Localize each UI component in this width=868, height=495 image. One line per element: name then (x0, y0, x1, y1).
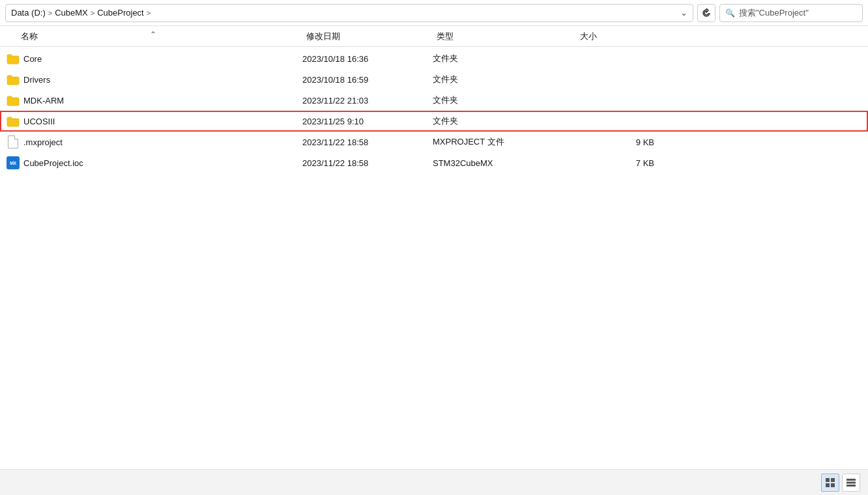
path-segment-cubemx[interactable]: CubeMX (55, 8, 88, 18)
folder-icon (7, 53, 20, 64)
file-date-mxproject: 2023/11/22 18:58 (302, 137, 433, 147)
column-type-header[interactable]: 类型 (437, 31, 580, 42)
file-name-cubeproject-ioc: CubeProject.ioc (23, 158, 302, 168)
file-name-mxproject: .mxproject (23, 137, 302, 147)
column-headers: ⌃ 名称 修改日期 类型 大小 (0, 26, 868, 47)
svg-rect-0 (826, 478, 830, 482)
file-date-cubeproject-ioc: 2023/11/22 18:58 (302, 158, 433, 168)
svg-rect-2 (826, 483, 830, 487)
refresh-icon (702, 8, 711, 18)
column-name-header[interactable]: 名称 (7, 31, 306, 42)
column-size-header[interactable]: 大小 (580, 31, 658, 42)
search-input[interactable] (739, 8, 857, 18)
address-bar: Data (D:) > CubeMX > CubeProject > ⌄ 🔍 (0, 0, 868, 26)
file-name-ucosiii: UCOSIII (23, 117, 302, 126)
file-date-ucosiii: 2023/11/25 9:10 (302, 117, 433, 126)
file-row-drivers[interactable]: Drivers 2023/10/18 16:59 文件夹 (0, 69, 868, 90)
file-type-drivers: 文件夹 (433, 74, 576, 85)
file-date-core: 2023/10/18 16:36 (302, 54, 433, 64)
file-row-mxproject[interactable]: .mxproject 2023/11/22 18:58 MXPROJECT 文件… (0, 132, 868, 152)
file-row-core[interactable]: Core 2023/10/18 16:36 文件夹 (0, 48, 868, 69)
file-icon-ucosiii (7, 115, 20, 128)
file-icon-core (7, 52, 20, 65)
search-bar[interactable]: 🔍 (719, 4, 863, 22)
file-name-drivers: Drivers (23, 75, 302, 85)
folder-icon (7, 74, 20, 85)
grid-view-button[interactable] (821, 474, 839, 492)
path-sep-1: > (48, 9, 52, 17)
svg-rect-1 (831, 478, 835, 482)
file-type-mxproject: MXPROJECT 文件 (433, 136, 576, 148)
sort-arrow-icon: ⌃ (150, 30, 156, 39)
list-view-button[interactable] (842, 474, 860, 492)
generic-file-icon (8, 135, 18, 148)
folder-icon (7, 115, 20, 127)
svg-rect-6 (846, 485, 856, 487)
file-icon-cubeproject-ioc: MX (7, 156, 20, 169)
file-name-core: Core (23, 54, 302, 64)
path-segment-cubeproject[interactable]: CubeProject (97, 8, 144, 18)
column-date-header[interactable]: 修改日期 (306, 31, 437, 42)
file-row-ucosiii[interactable]: UCOSIII 2023/11/25 9:10 文件夹 (0, 111, 868, 132)
file-type-ucosiii: 文件夹 (433, 115, 576, 127)
svg-rect-3 (831, 483, 835, 487)
path-sep-3: > (147, 9, 151, 17)
mx-file-icon: MX (7, 156, 20, 169)
file-size-cubeproject-ioc: 7 KB (576, 158, 654, 168)
grid-view-icon (825, 477, 835, 488)
path-sep-2: > (91, 9, 94, 17)
list-view-icon (846, 477, 856, 488)
file-type-mdk-arm: 文件夹 (433, 94, 576, 106)
file-list: Core 2023/10/18 16:36 文件夹 Drivers 2023/1… (0, 47, 868, 175)
address-path[interactable]: Data (D:) > CubeMX > CubeProject > ⌄ (5, 4, 693, 22)
file-size-mxproject: 9 KB (576, 137, 654, 147)
svg-rect-5 (846, 481, 856, 483)
file-row-mdk-arm[interactable]: MDK-ARM 2023/11/22 21:03 文件夹 (0, 90, 868, 111)
file-icon-mdk-arm (7, 94, 20, 107)
svg-rect-4 (846, 479, 856, 481)
file-date-mdk-arm: 2023/11/22 21:03 (302, 96, 433, 106)
file-row-cubeproject-ioc[interactable]: MX CubeProject.ioc 2023/11/22 18:58 STM3… (0, 152, 868, 173)
file-icon-drivers (7, 73, 20, 86)
file-name-mdk-arm: MDK-ARM (23, 96, 302, 106)
file-icon-mxproject (7, 135, 20, 148)
search-icon: 🔍 (725, 8, 735, 18)
file-type-cubeproject-ioc: STM32CubeMX (433, 158, 576, 168)
folder-icon (7, 94, 20, 106)
refresh-button[interactable] (697, 4, 716, 22)
path-segment-data[interactable]: Data (D:) (11, 8, 46, 18)
file-type-core: 文件夹 (433, 53, 576, 64)
file-date-drivers: 2023/10/18 16:59 (302, 75, 433, 85)
path-dropdown-icon[interactable]: ⌄ (680, 8, 687, 18)
bottom-toolbar (0, 469, 868, 495)
